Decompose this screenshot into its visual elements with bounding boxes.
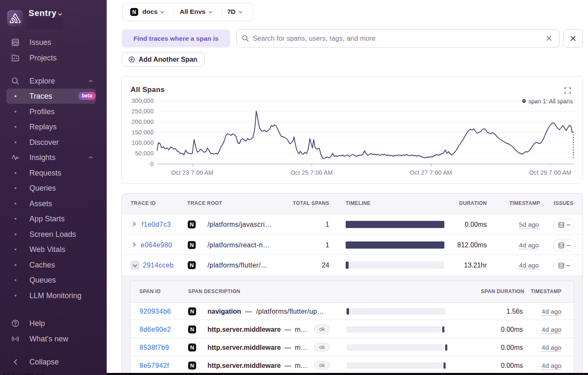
svg-text:150,000: 150,000 xyxy=(131,129,154,136)
svg-text:N: N xyxy=(190,326,194,333)
svg-text:0: 0 xyxy=(150,160,154,167)
svg-text:200,000: 200,000 xyxy=(131,118,154,125)
svg-text:Oct 27 7:00 AM: Oct 27 7:00 AM xyxy=(410,169,452,176)
svg-text:Oct 29 7:00 AM: Oct 29 7:00 AM xyxy=(529,169,572,176)
svg-text:N: N xyxy=(190,221,194,228)
svg-text:Oct 25 7:00 AM: Oct 25 7:00 AM xyxy=(291,169,333,176)
svg-text:250,000: 250,000 xyxy=(131,108,154,115)
svg-text:50,000: 50,000 xyxy=(135,150,154,157)
svg-text:N: N xyxy=(190,362,194,369)
svg-text:N: N xyxy=(190,308,194,315)
svg-text:300,000: 300,000 xyxy=(131,97,154,104)
svg-text:100,000: 100,000 xyxy=(131,139,154,146)
svg-text:N: N xyxy=(190,344,194,351)
svg-text:N: N xyxy=(190,242,194,248)
svg-text:N: N xyxy=(190,262,194,268)
svg-text:Oct 23 7:00 AM: Oct 23 7:00 AM xyxy=(171,169,214,176)
svg-text:N: N xyxy=(132,9,136,15)
